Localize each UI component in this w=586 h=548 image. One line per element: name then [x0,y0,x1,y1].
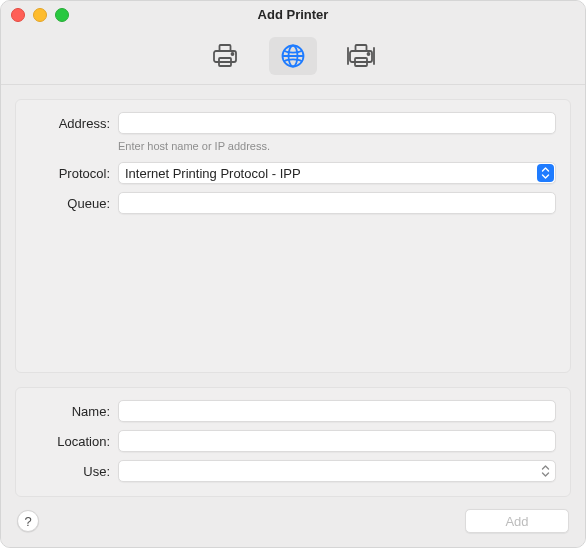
toolbar [1,28,585,85]
tab-default[interactable] [201,37,249,75]
protocol-value: Internet Printing Protocol - IPP [125,166,531,181]
tab-windows[interactable] [337,37,385,75]
traffic-lights [1,8,69,22]
add-printer-window: Add Printer [0,0,586,548]
dialog-body: Address: Enter host name or IP address. … [1,85,585,497]
close-window-button[interactable] [11,8,25,22]
updown-stepper-icon [537,462,554,480]
location-label: Location: [30,434,118,449]
name-label: Name: [30,404,118,419]
queue-label: Queue: [30,196,118,211]
svg-rect-0 [220,45,231,51]
add-button[interactable]: Add [465,509,569,533]
network-printer-icon [346,43,376,69]
use-select[interactable] [118,460,556,482]
zoom-window-button[interactable] [55,8,69,22]
add-button-label: Add [505,514,528,529]
minimize-window-button[interactable] [33,8,47,22]
svg-rect-7 [356,45,367,51]
titlebar: Add Printer [1,1,585,28]
window-title: Add Printer [1,7,585,22]
use-label: Use: [30,464,118,479]
address-input[interactable] [118,112,556,134]
address-label: Address: [30,116,118,131]
queue-input[interactable] [118,192,556,214]
footer: ? Add [1,497,585,547]
protocol-label: Protocol: [30,166,118,181]
updown-stepper-icon [537,164,554,182]
svg-point-10 [368,53,370,55]
location-input[interactable] [118,430,556,452]
tab-ip[interactable] [269,37,317,75]
globe-icon [280,43,306,69]
help-button[interactable]: ? [17,510,39,532]
name-input[interactable] [118,400,556,422]
printer-icon [211,43,239,69]
svg-point-3 [232,53,234,55]
address-hint: Enter host name or IP address. [118,140,270,152]
protocol-select[interactable]: Internet Printing Protocol - IPP [118,162,556,184]
help-icon: ? [24,514,31,529]
details-panel: Name: Location: Use: [15,387,571,497]
tab-segmented-control [201,37,385,75]
connection-panel: Address: Enter host name or IP address. … [15,99,571,373]
